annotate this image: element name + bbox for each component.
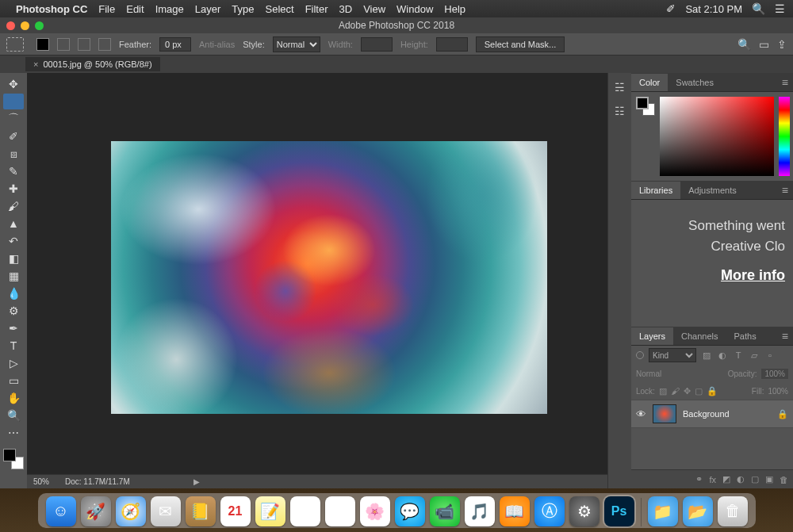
shape-tool[interactable]: ▭: [3, 373, 24, 388]
fill-value[interactable]: 100%: [768, 387, 788, 396]
layer-visibility-eye-icon[interactable]: 👁: [636, 408, 646, 420]
dock-facetime[interactable]: 📹: [430, 496, 460, 526]
dock-documents[interactable]: 📂: [683, 496, 713, 526]
lock-position-icon[interactable]: ✥: [684, 386, 691, 396]
menu-help[interactable]: Help: [444, 3, 465, 15]
filter-type-icon[interactable]: T: [733, 350, 744, 360]
blur-tool[interactable]: 💧: [3, 285, 24, 301]
status-menu-chevron-icon[interactable]: ▶: [193, 477, 200, 486]
dock-messages[interactable]: 💬: [395, 496, 425, 526]
style-select[interactable]: Normal: [273, 36, 320, 52]
lock-artboard-icon[interactable]: ▢: [695, 386, 703, 396]
document-tab[interactable]: × 00015.jpg @ 50% (RGB/8#): [25, 57, 160, 71]
share-icon[interactable]: ⇪: [777, 38, 787, 51]
filter-shape-icon[interactable]: ▱: [749, 350, 760, 361]
stamp-tool[interactable]: ▲: [3, 216, 24, 232]
foreground-background-color[interactable]: [3, 449, 24, 469]
close-tab-icon[interactable]: ×: [33, 59, 38, 69]
dock-itunes[interactable]: 🎵: [465, 496, 495, 526]
gradient-tool[interactable]: ▦: [3, 268, 24, 284]
menu-edit[interactable]: Edit: [126, 3, 144, 15]
menu-view[interactable]: View: [363, 3, 385, 15]
menu-file[interactable]: File: [98, 3, 115, 15]
history-panel-icon[interactable]: ☵: [615, 81, 625, 94]
dock-trash[interactable]: 🗑: [718, 496, 748, 526]
history-brush-tool[interactable]: ↶: [3, 233, 24, 249]
eraser-tool[interactable]: ◧: [3, 251, 24, 266]
lock-image-icon[interactable]: 🖌: [671, 386, 680, 396]
selection-subtract-icon[interactable]: [78, 38, 90, 51]
dock-calendar[interactable]: 21: [220, 496, 251, 526]
healing-tool[interactable]: ✚: [3, 181, 24, 197]
color-panel-menu-icon[interactable]: ≡: [777, 76, 793, 89]
selection-intersect-icon[interactable]: [98, 38, 111, 51]
dock-settings[interactable]: ⚙: [569, 496, 600, 526]
color-field[interactable]: [660, 97, 774, 176]
brush-tool[interactable]: 🖌: [3, 198, 24, 214]
dock-ibooks[interactable]: 📖: [500, 496, 530, 526]
tab-swatches[interactable]: Swatches: [668, 74, 722, 91]
dock-reminders[interactable]: ☑: [290, 496, 320, 526]
crop-tool[interactable]: ⧇: [3, 146, 24, 162]
layer-filter-kind[interactable]: Kind: [649, 348, 696, 362]
tab-libraries[interactable]: Libraries: [631, 182, 680, 199]
layer-fx-icon[interactable]: fx: [709, 475, 716, 484]
feather-field[interactable]: 0 px: [159, 37, 191, 52]
layer-filter-search-icon[interactable]: [636, 351, 644, 359]
zoom-tool[interactable]: 🔍: [3, 408, 24, 423]
menu-filter[interactable]: Filter: [305, 3, 328, 15]
menu-3d[interactable]: 3D: [339, 3, 353, 15]
tab-channels[interactable]: Channels: [673, 327, 726, 345]
lock-all-icon[interactable]: 🔒: [707, 386, 718, 396]
libraries-more-info-link[interactable]: More info: [721, 267, 785, 283]
filter-smart-icon[interactable]: ▫: [764, 350, 776, 360]
tab-color[interactable]: Color: [631, 74, 668, 91]
layer-row[interactable]: 👁 Background 🔒: [631, 400, 793, 428]
zoom-window-button[interactable]: [35, 21, 44, 30]
tab-paths[interactable]: Paths: [726, 327, 764, 345]
dock-appstore[interactable]: Ⓐ: [534, 496, 565, 526]
dock-contacts[interactable]: 📒: [186, 496, 216, 526]
layer-locked-icon[interactable]: 🔒: [777, 409, 788, 419]
layer-thumbnail[interactable]: [653, 404, 676, 423]
scribble-icon[interactable]: ✐: [666, 2, 676, 15]
color-fgbg[interactable]: [636, 97, 655, 116]
filter-adjust-icon[interactable]: ◐: [717, 350, 728, 361]
doc-size[interactable]: Doc: 11.7M/11.7M: [65, 477, 130, 486]
dock-downloads[interactable]: 📁: [648, 496, 678, 526]
eyedropper-tool[interactable]: ✎: [3, 163, 24, 179]
current-tool-icon[interactable]: [6, 37, 24, 52]
hand-tool[interactable]: ✋: [3, 390, 24, 406]
adjustment-layer-icon[interactable]: ◐: [737, 474, 745, 484]
dock-finder[interactable]: ☺: [46, 496, 76, 526]
path-select-tool[interactable]: ▷: [3, 355, 24, 371]
menu-type[interactable]: Type: [232, 3, 254, 15]
selection-add-icon[interactable]: [57, 38, 70, 51]
opacity-value[interactable]: 100%: [761, 369, 788, 379]
move-tool[interactable]: ✥: [3, 76, 24, 92]
spotlight-icon[interactable]: 🔍: [752, 2, 765, 15]
layer-mask-icon[interactable]: ◩: [722, 474, 730, 484]
link-layers-icon[interactable]: ⚭: [695, 474, 703, 484]
menu-clock[interactable]: Sat 2:10 PM: [685, 3, 742, 15]
dock-mail[interactable]: ✉: [151, 496, 181, 526]
marquee-tool[interactable]: [3, 94, 24, 109]
edit-toolbar[interactable]: ⋯: [3, 425, 24, 441]
menu-image[interactable]: Image: [155, 3, 184, 15]
lasso-tool[interactable]: ⌒: [3, 111, 24, 127]
blend-mode-select[interactable]: Normal: [636, 369, 723, 378]
dock-preview[interactable]: 🖼: [325, 496, 355, 526]
dock-safari[interactable]: 🧭: [116, 496, 146, 526]
menu-list-icon[interactable]: ☰: [775, 2, 785, 15]
document-canvas[interactable]: [111, 141, 547, 414]
dock-notes[interactable]: 📝: [255, 496, 285, 526]
type-tool[interactable]: T: [3, 338, 24, 354]
minimize-window-button[interactable]: [21, 21, 29, 30]
tab-layers[interactable]: Layers: [631, 327, 673, 345]
selection-new-icon[interactable]: [36, 38, 49, 51]
dock-photoshop[interactable]: Ps: [604, 496, 634, 526]
menu-window[interactable]: Window: [396, 3, 433, 15]
dock-photos[interactable]: 🌸: [360, 496, 390, 526]
workspace-icon[interactable]: ▭: [759, 38, 769, 51]
menu-app[interactable]: Photoshop CC: [16, 3, 87, 15]
